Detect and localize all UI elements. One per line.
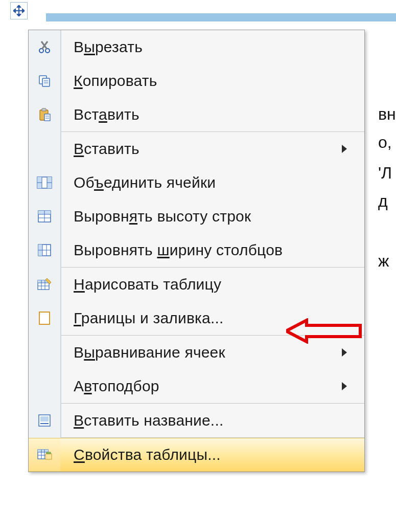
menu-item-insert[interactable]: Вставить [29,132,364,166]
svg-rect-16 [44,114,50,121]
svg-marker-53 [45,454,52,459]
table-move-handle[interactable] [10,2,28,19]
merge-cells-icon [37,176,52,189]
menu-item-label: Вставить [74,140,139,158]
draw-table-icon [37,277,52,292]
menu-item-label: Копировать [74,72,157,90]
bg-text: о, [378,133,392,152]
svg-marker-5 [22,9,25,12]
svg-marker-3 [17,14,20,16]
svg-marker-2 [17,5,20,7]
svg-rect-43 [39,312,50,324]
bg-text: ж [378,252,389,271]
menu-item-distribute-rows[interactable]: Выровнять высоту строк [29,199,364,233]
borders-shading-icon [38,311,51,326]
menu-item-insert-caption[interactable]: Вставить название... [29,404,364,437]
svg-rect-11 [42,78,50,86]
menu-item-label: Выравнивание ячеек [74,344,225,361]
svg-point-6 [39,49,43,53]
svg-marker-4 [13,9,15,12]
bg-text: вн [378,105,396,124]
menu-item-autofit[interactable]: Автоподбор [29,369,364,403]
submenu-arrow-icon [342,348,347,357]
table-properties-icon [37,448,52,462]
menu-item-label: Автоподбор [74,378,159,395]
submenu-arrow-icon [342,382,347,390]
paste-icon [37,107,52,122]
svg-point-7 [45,49,50,53]
distribute-columns-icon [37,243,52,257]
menu-item-paste[interactable]: Вставить [29,98,364,131]
copy-icon [37,74,52,88]
menu-item-label: Свойства таблицы... [74,446,221,463]
menu-item-merge-cells[interactable]: Объединить ячейки [29,166,364,199]
cut-icon [37,40,52,54]
svg-rect-48 [38,450,48,452]
submenu-arrow-icon [342,145,347,153]
menu-item-table-properties[interactable]: Свойства таблицы... [29,438,364,472]
menu-item-copy[interactable]: Копировать [29,64,364,98]
callout-arrow [286,318,363,344]
menu-item-label: Объединить ячейки [74,174,216,191]
menu-item-distribute-columns[interactable]: Выровнять ширину столбцов [29,233,364,267]
menu-item-label: Вырезать [74,38,143,56]
menu-item-label: Вставить [74,106,139,123]
menu-item-label: Выровнять ширину столбцов [74,241,283,259]
menu-item-label: Выровнять высоту строк [74,208,251,225]
svg-rect-15 [42,108,46,111]
svg-marker-54 [46,452,51,454]
menu-item-label: Нарисовать таблицу [74,276,221,293]
svg-rect-45 [40,416,49,422]
svg-marker-55 [286,320,360,342]
table-selection-bar [46,13,396,21]
caption-icon [37,413,52,428]
menu-item-label: Вставить название... [74,412,223,429]
move-icon [13,5,25,16]
distribute-rows-icon [37,210,52,223]
menu-item-draw-table[interactable]: Нарисовать таблицу [29,268,364,301]
bg-text: 'Л [378,164,392,183]
context-menu: Вырезать Копировать [28,30,365,472]
menu-item-label: Границы и заливка... [74,309,224,327]
menu-item-cut[interactable]: Вырезать [29,30,364,64]
bg-text: д [378,192,388,211]
